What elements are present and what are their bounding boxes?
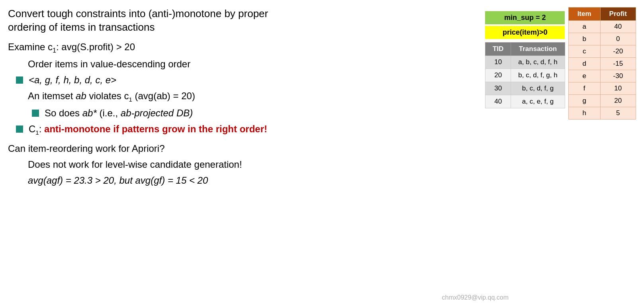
item-profit-row: e-30: [568, 70, 636, 82]
right-content: min_sup = 2 price(item)>0 TID Transactio…: [485, 7, 636, 302]
item-profit-value: -15: [600, 58, 636, 70]
transaction-tid: 10: [485, 56, 511, 69]
item-name: e: [568, 70, 600, 82]
sequence-text: <a, g, f, h, b, d, c, e>: [29, 75, 116, 86]
item-name: h: [568, 107, 600, 120]
title-line2: ordering of items in transactions: [8, 21, 155, 33]
sodooes-text: So does ab* (i.e., ab-projected DB): [45, 108, 193, 119]
itemset-text: An itemset ab violates c1 (avg(ab) = 20): [28, 90, 477, 103]
transaction-tid: 20: [485, 69, 511, 82]
badge-green: min_sup = 2: [485, 11, 565, 24]
item-name: f: [568, 82, 600, 95]
item-profit-value: -20: [600, 45, 636, 58]
th-profit: Profit: [600, 8, 636, 21]
bullet-square-1: [16, 76, 23, 84]
c1-text: C1: anti-monotone if patterns grow in th…: [29, 124, 267, 136]
title-line1: Convert tough constraints into (anti-)mo…: [8, 8, 268, 20]
c1-sub: 1: [35, 129, 39, 136]
bullet-c1: C1: anti-monotone if patterns grow in th…: [16, 124, 477, 136]
main-container: Convert tough constraints into (anti-)mo…: [0, 0, 644, 306]
bullet-square-2: [32, 110, 39, 117]
transaction-items: a, b, c, d, f, h: [511, 56, 565, 69]
transaction-table: TID Transaction 10a, b, c, d, f, h20b, c…: [485, 42, 565, 108]
th-item: Item: [568, 8, 600, 21]
item-profit-row: c-20: [568, 45, 636, 58]
bullet-square-3: [16, 126, 23, 133]
examine-section: Examine c1: avg(S.profit) > 20: [8, 41, 477, 54]
item-profit-table: Item Profit a40b0c-20d-15e-30f10g20h5: [568, 7, 636, 120]
transaction-items: b, c, d, f, g: [511, 82, 565, 95]
item-profit-value: 0: [600, 33, 636, 45]
item-profit-value: 40: [600, 21, 636, 33]
item-profit-row: f10: [568, 82, 636, 95]
th-tid: TID: [485, 43, 511, 56]
left-content: Convert tough constraints into (anti-)mo…: [8, 7, 485, 302]
item-profit-value: 10: [600, 82, 636, 95]
item-profit-row: d-15: [568, 58, 636, 70]
transaction-tid: 40: [485, 95, 511, 108]
item-profit-area: Item Profit a40b0c-20d-15e-30f10g20h5: [565, 7, 636, 120]
badge-yellow: price(item)>0: [485, 26, 565, 39]
item-name: d: [568, 58, 600, 70]
order-text: Order items in value-descending order: [28, 59, 477, 70]
item-profit-value: 5: [600, 107, 636, 120]
item-profit-row: h5: [568, 107, 636, 120]
item-name: b: [568, 33, 600, 45]
item-name: g: [568, 95, 600, 107]
examine-rest: : avg(S.profit) > 20: [56, 41, 135, 52]
table-row: 30b, c, d, f, g: [485, 82, 565, 95]
item-profit-row: b0: [568, 33, 636, 45]
c1-highlight: anti-monotone if patterns grow in the ri…: [44, 124, 267, 134]
th-transaction: Transaction: [511, 43, 565, 56]
can-text: Can item-reordering work for Apriori?: [8, 143, 477, 154]
avg-formula: avg(agf) = 23.3 > 20, but avg(gf) = 15 <…: [28, 175, 477, 186]
does-not-text: Does not work for level-wise candidate g…: [28, 159, 477, 170]
bottom-section: Can item-reordering work for Apriori? Do…: [8, 143, 477, 186]
c1-rest: :: [39, 124, 44, 134]
table-row: 40a, c, e, f, g: [485, 95, 565, 108]
table-row: 20b, c, d, f, g, h: [485, 69, 565, 82]
examine-sub: 1: [53, 47, 56, 53]
table-row: 10a, b, c, d, f, h: [485, 56, 565, 69]
bullet-sodooes: So does ab* (i.e., ab-projected DB): [32, 108, 477, 119]
watermark: chmx0929@vip.qq.com: [442, 294, 509, 301]
title-block: Convert tough constraints into (anti-)mo…: [8, 7, 477, 34]
transaction-items: a, c, e, f, g: [511, 95, 565, 108]
item-profit-row: a40: [568, 21, 636, 33]
transaction-items: b, c, d, f, g, h: [511, 69, 565, 82]
item-name: c: [568, 45, 600, 58]
bullet-sequence: <a, g, f, h, b, d, c, e>: [16, 75, 477, 86]
item-profit-row: g20: [568, 95, 636, 107]
examine-text: Examine c: [8, 41, 53, 52]
c1-label: C: [29, 124, 35, 134]
item-profit-value: -30: [600, 70, 636, 82]
item-profit-value: 20: [600, 95, 636, 107]
table-area: min_sup = 2 price(item)>0 TID Transactio…: [485, 11, 565, 108]
item-name: a: [568, 21, 600, 33]
transaction-tid: 30: [485, 82, 511, 95]
